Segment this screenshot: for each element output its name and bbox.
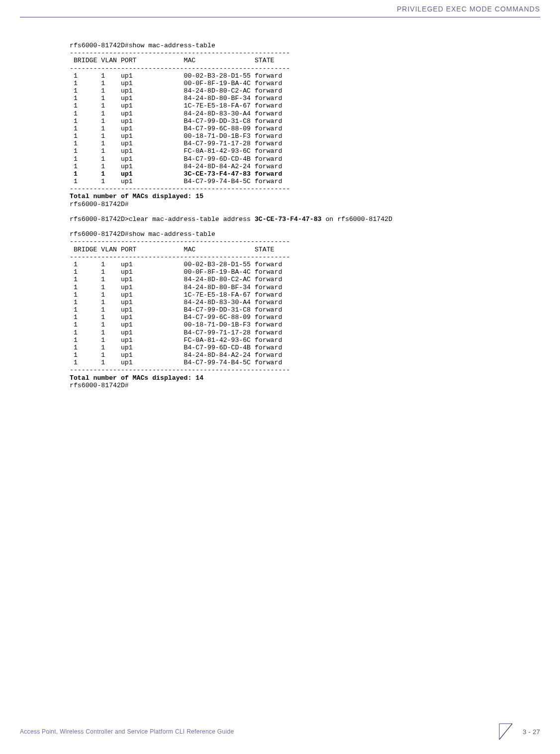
table-row: 1 1 up1 00-0F-8F-19-BA-4C forward — [70, 80, 282, 87]
page-fold-icon — [499, 723, 513, 740]
page-number: 3 - 27 — [523, 728, 540, 736]
mac-summary-2: Total number of MACs displayed: 14 — [70, 374, 203, 382]
prompt: rfs6000-81742D# — [70, 382, 129, 389]
table-row: 1 1 up1 00-18-71-D0-1B-F3 forward — [70, 321, 282, 328]
table-row: 1 1 up1 84-24-8D-80-C2-AC forward — [70, 276, 282, 283]
table-row: 1 1 up1 84-24-8D-84-A2-24 forward — [70, 351, 282, 359]
table-row: 1 1 up1 B4-C7-99-DD-31-C8 forward — [70, 117, 282, 125]
table-header-row: BRIDGE VLAN PORT MAC STATE — [70, 246, 275, 253]
table-row: 1 1 up1 1C-7E-E5-18-FA-67 forward — [70, 102, 282, 109]
table-row: 1 1 up1 B4-C7-99-6C-88-09 forward — [70, 314, 282, 321]
divider: ----------------------------------------… — [70, 253, 290, 261]
table-row: 1 1 up1 84-24-8D-84-A2-24 forward — [70, 163, 282, 170]
table-row: 1 1 up1 B4-C7-99-6D-CD-4B forward — [70, 344, 282, 351]
cmd-clear-mac-pre: rfs6000-81742D>clear mac-address-table a… — [70, 215, 255, 223]
mac-summary-1: Total number of MACs displayed: 15 — [70, 193, 203, 200]
divider: ----------------------------------------… — [70, 185, 290, 193]
divider: ----------------------------------------… — [70, 366, 290, 374]
table-row: 1 1 up1 84-24-8D-80-BF-34 forward — [70, 284, 282, 291]
footer-page-corner: 3 - 27 — [499, 723, 540, 740]
table-row: 1 1 up1 FC-0A-81-42-93-6C forward — [70, 147, 282, 155]
table-row: 1 1 up1 00-0F-8F-19-BA-4C forward — [70, 268, 282, 276]
table-row: 1 1 up1 B4-C7-99-6D-CD-4B forward — [70, 155, 282, 163]
table-row: 1 1 up1 00-18-71-D0-1B-F3 forward — [70, 132, 282, 140]
divider: ----------------------------------------… — [70, 238, 290, 245]
table-row: 1 1 up1 84-24-8D-83-30-A4 forward — [70, 110, 282, 117]
table-header-row: BRIDGE VLAN PORT MAC STATE — [70, 57, 275, 64]
table-row: 1 1 up1 B4-C7-99-71-17-28 forward — [70, 329, 282, 336]
table-row: 1 1 up1 FC-0A-81-42-93-6C forward — [70, 336, 282, 344]
table-row-highlighted: 1 1 up1 3C-CE-73-F4-47-83 forward — [70, 170, 282, 178]
page-footer: Access Point, Wireless Controller and Se… — [20, 723, 540, 740]
table-row: 1 1 up1 B4-C7-99-DD-31-C8 forward — [70, 306, 282, 314]
terminal-output: rfs6000-81742D#show mac-address-table --… — [70, 42, 392, 389]
table-row: 1 1 up1 84-24-8D-80-BF-34 forward — [70, 95, 282, 102]
cmd-clear-mac-addr: 3C-CE-73-F4-47-83 — [255, 215, 322, 223]
prompt: rfs6000-81742D# — [70, 201, 129, 208]
divider: ----------------------------------------… — [70, 65, 290, 72]
footer-doc-title: Access Point, Wireless Controller and Se… — [20, 728, 234, 735]
table-row: 1 1 up1 00-02-B3-28-D1-55 forward — [70, 261, 282, 268]
table-row: 1 1 up1 1C-7E-E5-18-FA-67 forward — [70, 291, 282, 299]
section-header-title: PRIVILEGED EXEC MODE COMMANDS — [397, 5, 540, 13]
table-row: 1 1 up1 B4-C7-99-6C-88-09 forward — [70, 125, 282, 132]
table-row: 1 1 up1 B4-C7-99-74-B4-5C forward — [70, 359, 282, 366]
cmd-clear-mac-post: on rfs6000-81742D — [322, 215, 392, 223]
divider: ----------------------------------------… — [70, 49, 290, 57]
table-row: 1 1 up1 B4-C7-99-74-B4-5C forward — [70, 178, 282, 185]
table-row: 1 1 up1 00-02-B3-28-D1-55 forward — [70, 72, 282, 80]
table-row: 1 1 up1 B4-C7-99-71-17-28 forward — [70, 140, 282, 147]
table-row: 1 1 up1 84-24-8D-83-30-A4 forward — [70, 299, 282, 306]
table-row: 1 1 up1 84-24-8D-80-C2-AC forward — [70, 87, 282, 95]
cmd-show-mac-2: rfs6000-81742D#show mac-address-table — [70, 230, 215, 238]
header-divider — [20, 17, 540, 17]
cmd-show-mac-1: rfs6000-81742D#show mac-address-table — [70, 42, 215, 49]
